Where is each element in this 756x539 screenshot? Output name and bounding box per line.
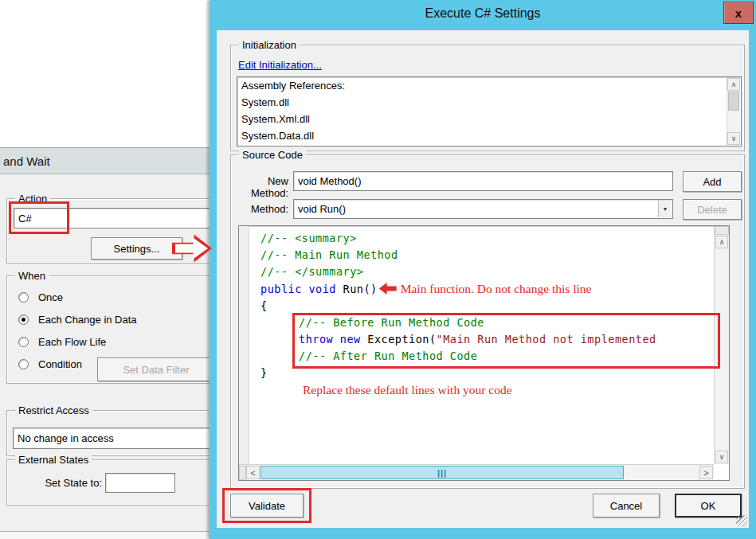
left-dialog-titlebar: and Wait [0,148,221,174]
list-item[interactable]: Assembly References: [237,77,727,94]
code-line: { [249,298,714,314]
left-dialog-bottom-edge [0,531,221,539]
code-token: //-- <summary> [260,232,357,244]
cancel-button[interactable]: Cancel [593,494,660,518]
action-value-field[interactable] [14,208,215,228]
list-item[interactable]: System.Xml.dll [237,111,727,127]
code-editor[interactable]: //-- <summary>//-- Main Run Method//-- <… [238,225,730,481]
ok-button[interactable]: OK [675,494,742,518]
code-gutter [239,226,249,464]
initialization-group-label: Initialization [239,39,300,51]
radio-circle-icon[interactable] [18,314,29,325]
scroll-up-icon[interactable]: ∧ [715,236,728,248]
assembly-listbox-items: Assembly References:System.dllSystem.Xml… [237,77,727,144]
radio-option-once[interactable]: Once [18,286,216,308]
code-token: } [260,366,268,379]
scroll-up-icon[interactable]: ∧ [727,78,740,91]
external-states-label: External States [15,454,92,466]
splitter-handle[interactable] [715,226,729,235]
scrollbar-thumb[interactable]: ||| [260,466,624,479]
code-token: Main function. Do not change this line [401,282,592,295]
code-token: //-- Before Run Method Code [299,316,484,329]
source-code-group-label: Source Code [239,149,306,161]
code-token: { [260,299,268,312]
code-token: //-- Main Run Method [260,248,398,261]
code-line: //-- Before Run Method Code [249,314,714,331]
assembly-scrollbar[interactable]: ∧ ∨ [727,78,740,145]
scrollbar-thumb[interactable] [728,92,739,111]
code-token: throw new [299,333,361,346]
edit-initialization-link[interactable]: Edit Initialization... [238,59,322,71]
code-line: //-- </summary> [249,264,714,280]
left-dialog-title: and Wait [0,154,50,168]
radio-label: Each Flow Life [38,336,106,348]
code-token: "Main Run Method not implemented [437,333,656,346]
dialog-title: Execute C# Settings [210,6,756,21]
list-item[interactable]: System.Data.dll [237,127,727,144]
resize-grip[interactable] [736,515,747,526]
restrict-access-field[interactable] [13,428,217,449]
code-token: public void [260,283,336,295]
scroll-right-icon[interactable]: > [699,466,713,479]
dialog-client-area: Initialization Edit Initialization... As… [217,30,749,528]
radio-label: Each Change in Data [38,314,137,326]
radio-option-each-change-in-data[interactable]: Each Change in Data [18,308,216,330]
new-method-input[interactable] [293,171,673,191]
radio-circle-icon[interactable] [18,292,29,303]
code-token: //-- After Run Method Code [299,350,477,362]
scroll-down-icon[interactable]: ∨ [715,451,728,463]
right-arrow-icon [172,232,212,264]
assembly-listbox[interactable]: Assembly References:System.dllSystem.Xml… [237,76,742,146]
close-button[interactable]: x [723,2,754,24]
code-line: //-- Main Run Method [249,247,714,264]
new-method-label: New Method: [228,175,288,199]
code-line: } [249,365,714,381]
radio-circle-icon[interactable] [18,337,29,347]
close-icon: x [735,6,742,20]
set-state-label: Set State to: [30,477,102,489]
set-state-field[interactable] [105,473,175,493]
add-button[interactable]: Add [683,171,742,192]
action-group-label: Action [15,193,50,205]
radio-option-each-flow-life[interactable]: Each Flow Life [18,330,216,353]
scroll-down-icon[interactable]: ∨ [727,132,740,145]
code-line: Replace these default lines with your co… [249,381,714,399]
code-line: //-- After Run Method Code [249,348,714,365]
code-horizontal-scrollbar[interactable]: < ||| > [239,464,714,480]
scroll-left-icon[interactable]: < [246,466,260,479]
execute-csharp-settings-dialog: Execute C# Settings x Initialization Edi… [210,0,756,539]
radio-label: Condition [38,358,82,370]
action-and-wait-dialog: and Wait Action Settings... When OnceEac… [0,147,221,539]
set-data-filter-button[interactable]: Set Data Filter [97,357,215,381]
list-item[interactable]: System.dll [237,94,727,111]
chevron-down-icon[interactable]: ▼ [658,201,672,217]
radio-circle-icon[interactable] [18,359,29,369]
validate-button[interactable]: Validate [230,494,304,518]
restrict-access-label: Restrict Access [15,404,92,416]
code-token: Exception( [361,333,437,346]
method-combobox[interactable]: void Run() ▼ [293,199,673,219]
settings-button[interactable]: Settings... [91,237,182,260]
code-line: throw new Exception("Main Run Method not… [249,331,714,348]
code-lines: //-- <summary>//-- Main Run Method//-- <… [249,226,714,464]
left-arrow-icon [379,283,397,295]
code-token: //-- </summary> [260,265,363,278]
code-token: Replace these default lines with your co… [303,383,512,396]
splitter-handle[interactable] [239,466,246,480]
code-line: //-- <summary> [249,230,714,247]
when-group-label: When [15,270,49,282]
code-vertical-scrollbar[interactable]: ∧ ∨ [714,226,729,464]
delete-button[interactable]: Delete [683,199,742,220]
thumb-grip-icon: ||| [437,468,447,478]
method-label: Method: [228,203,288,215]
radio-label: Once [38,291,63,303]
method-combobox-value: void Run() [298,203,346,215]
code-token: Run() [336,283,378,295]
code-line: public void Run()Main function. Do not c… [249,280,714,298]
